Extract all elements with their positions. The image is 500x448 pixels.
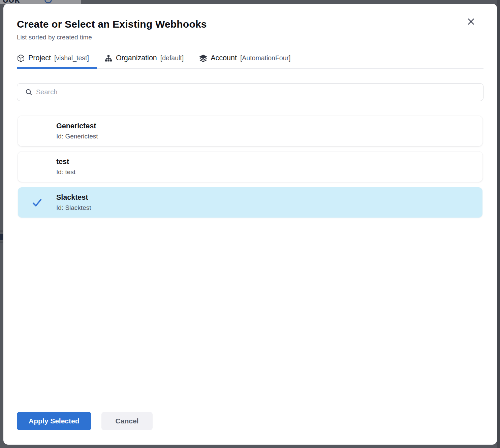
check-icon: [31, 196, 43, 209]
tab-project[interactable]: Project [vishal_test]: [17, 53, 90, 68]
cube-icon: [17, 54, 25, 62]
webhook-id: Id: test: [56, 168, 75, 176]
cancel-button[interactable]: Cancel: [101, 412, 153, 430]
webhooks-modal: Create or Select an Existing Webhooks Li…: [3, 4, 497, 445]
modal-footer: Apply Selected Cancel: [17, 401, 483, 445]
apply-selected-button[interactable]: Apply Selected: [17, 412, 91, 430]
tab-project-context: [vishal_test]: [54, 54, 89, 62]
tab-organization-context: [default]: [160, 54, 184, 62]
layers-icon: [199, 54, 207, 62]
scope-tabs: Project [vishal_test] Organization [defa…: [17, 53, 483, 69]
search-icon: [25, 88, 33, 96]
tab-project-label: Project: [28, 54, 51, 62]
backdrop-left-line: [0, 242, 3, 243]
backdrop-page-strip: ook: [0, 0, 81, 4]
backdrop-page-text-fragment: ook: [3, 0, 20, 4]
org-chart-icon: [104, 54, 113, 62]
backdrop-right-strip: [497, 0, 500, 448]
list-item-test[interactable]: test Id: test: [18, 152, 482, 182]
webhook-id: Id: Slacktest: [56, 204, 91, 212]
webhook-list: Generictest Id: Generictest test Id: tes…: [17, 116, 483, 401]
search-box: [17, 83, 483, 101]
webhook-id: Id: Generictest: [56, 133, 98, 140]
list-item-generictest[interactable]: Generictest Id: Generictest: [18, 116, 482, 146]
modal-subtitle: List sorted by created time: [17, 34, 483, 41]
modal-header: Create or Select an Existing Webhooks Li…: [17, 4, 483, 41]
modal-title: Create or Select an Existing Webhooks: [17, 19, 483, 30]
backdrop-left-block: [0, 234, 3, 240]
list-item-slacktest[interactable]: Slacktest Id: Slacktest: [18, 187, 482, 218]
tab-account-label: Account: [211, 54, 237, 62]
search-input[interactable]: [36, 88, 478, 96]
backdrop-left-line: [0, 230, 3, 232]
tab-account[interactable]: Account [AutomationFour]: [199, 53, 291, 68]
webhook-title: Generictest: [56, 122, 98, 130]
close-icon: [467, 17, 475, 26]
row-check-zone: [18, 196, 56, 209]
tab-account-context: [AutomationFour]: [240, 54, 291, 62]
info-circle-icon: [44, 0, 52, 3]
close-button[interactable]: [465, 16, 477, 27]
tab-organization-label: Organization: [116, 54, 157, 62]
tab-organization[interactable]: Organization [default]: [104, 53, 184, 68]
webhook-title: test: [56, 158, 75, 166]
webhook-title: Slacktest: [56, 193, 91, 202]
